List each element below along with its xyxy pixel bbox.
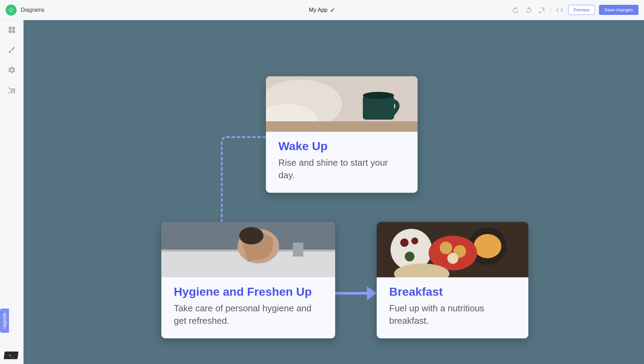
undo-button[interactable] (511, 6, 520, 15)
brush-icon[interactable] (7, 45, 17, 55)
card-hygiene[interactable]: Hygiene and Freshen Up Take care of pers… (161, 222, 335, 338)
svg-point-21 (411, 237, 418, 244)
svg-point-10 (239, 227, 263, 244)
card-subtitle: Fuel up with a nutritious breakfast. (389, 302, 516, 327)
toolbar-divider (551, 6, 551, 14)
save-button[interactable]: Save changes (599, 5, 638, 15)
breadcrumb[interactable]: Diagrams (21, 7, 44, 13)
card-title: Hygiene and Freshen Up (174, 285, 323, 298)
card-title: Wake Up (278, 139, 405, 153)
left-sidebar: Upgrade >_ (0, 20, 24, 364)
grid-icon[interactable] (7, 25, 17, 35)
card-image (161, 222, 335, 277)
page-title: My App (309, 7, 327, 13)
svg-point-22 (405, 252, 414, 261)
chart-icon[interactable] (7, 85, 17, 95)
card-title: Breakfast (389, 285, 516, 298)
svg-point-17 (440, 242, 452, 254)
terminal-icon[interactable]: >_ (3, 352, 18, 359)
svg-point-19 (447, 253, 458, 264)
card-breakfast[interactable]: Breakfast Fuel up with a nutritious brea… (377, 222, 528, 338)
card-image (266, 76, 418, 132)
diagram-canvas[interactable]: Wake Up Rise and shine to start your day… (24, 20, 644, 364)
connector-dashed (221, 136, 266, 223)
card-subtitle: Rise and shine to start your day. (278, 156, 405, 182)
app-logo[interactable] (6, 5, 17, 16)
redo-button[interactable] (524, 6, 533, 15)
upgrade-button[interactable]: Upgrade (0, 309, 9, 333)
connector-arrow (335, 286, 377, 300)
svg-point-5 (363, 92, 394, 99)
svg-rect-11 (293, 243, 303, 257)
top-toolbar: Diagrams My App Preview Save changes (0, 0, 644, 20)
preview-button[interactable]: Preview (568, 5, 594, 15)
svg-rect-3 (266, 121, 418, 132)
tool-button[interactable] (537, 6, 546, 15)
svg-point-15 (474, 234, 501, 258)
svg-point-20 (400, 239, 409, 247)
card-image (377, 222, 528, 277)
gear-icon[interactable] (7, 65, 17, 75)
svg-rect-4 (363, 95, 394, 120)
card-subtitle: Take care of personal hygiene and get re… (174, 302, 323, 327)
edit-title-icon[interactable] (330, 8, 335, 12)
card-wake-up[interactable]: Wake Up Rise and shine to start your day… (266, 76, 418, 193)
code-button[interactable] (555, 6, 564, 15)
